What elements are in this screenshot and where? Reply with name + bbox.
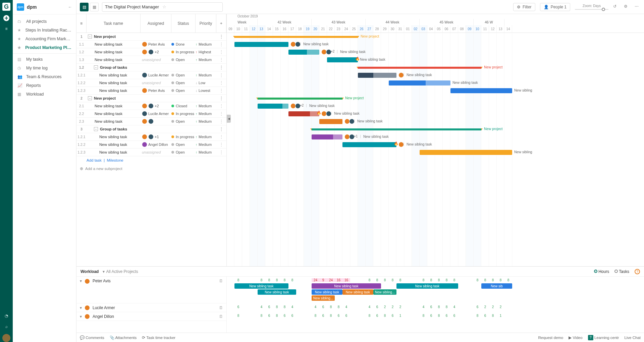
menu-icon[interactable]: ≡: [3, 25, 10, 32]
task-bar[interactable]: [450, 88, 512, 93]
row-menu-icon[interactable]: ⋮: [216, 34, 226, 39]
workload-person-row[interactable]: ▾Lucile Armer🗓: [76, 303, 226, 312]
task-bar[interactable]: [389, 80, 450, 86]
workload-bar[interactable]: New sibling task: [396, 283, 458, 289]
add-icon[interactable]: [3, 15, 10, 21]
task-row[interactable]: 1.2.3New sibling taskunassignedOpen↑Medi…: [76, 149, 226, 156]
video-link[interactable]: ▶ Video: [569, 335, 582, 340]
col-assigned[interactable]: Assigned: [141, 14, 171, 33]
nav-my-tasks[interactable]: ▤My tasks: [13, 55, 76, 64]
search-icon[interactable]: ⌕: [3, 323, 10, 330]
expand-icon[interactable]: -: [88, 96, 92, 100]
star-icon[interactable]: ☆: [162, 4, 220, 9]
starred-project[interactable]: ★Steps In Installing Rack Mo...: [13, 26, 76, 35]
task-row[interactable]: 1.2.2New sibling taskAngel DillonOpen↑Me…: [76, 141, 226, 149]
row-menu-icon[interactable]: ⋮: [216, 50, 226, 54]
calendar-icon[interactable]: 🗓: [219, 279, 223, 283]
back-icon[interactable]: ←: [68, 5, 72, 9]
task-row[interactable]: 2.3New sibling taskOpen↑Medium⋮: [76, 118, 226, 125]
row-menu-icon[interactable]: ⋮: [216, 119, 226, 124]
group-row[interactable]: 2- New project⋮: [76, 95, 226, 102]
row-menu-icon[interactable]: ⋮: [216, 134, 226, 139]
col-name[interactable]: Task name: [87, 14, 141, 33]
task-row[interactable]: 1.2.1New sibling task+1In progress↑Mediu…: [76, 133, 226, 141]
task-row[interactable]: 1.2.3New sibling taskPeter AvisOpen↓Lowe…: [76, 87, 226, 95]
group-row[interactable]: 1.2- Group of tasks⋮: [76, 64, 226, 71]
nav-reports[interactable]: 📈Reports: [13, 81, 76, 90]
livechat-link[interactable]: Live Chat: [624, 336, 641, 340]
row-menu-icon[interactable]: ⋮: [216, 65, 226, 70]
expand-icon[interactable]: ▾: [80, 279, 82, 283]
task-bar[interactable]: [258, 104, 288, 109]
mode-hours[interactable]: Hours: [594, 269, 609, 274]
task-bar[interactable]: [327, 57, 358, 62]
calendar-icon[interactable]: 🗓: [219, 314, 223, 319]
bell-icon[interactable]: ◔: [3, 312, 10, 319]
row-menu-icon[interactable]: ⋮: [216, 127, 226, 131]
workload-bar[interactable]: New sibling...: [312, 295, 335, 301]
task-bar[interactable]: [234, 42, 288, 47]
task-bar[interactable]: [288, 50, 319, 55]
task-row[interactable]: 2.1New sibling task+2Closed↑Medium⋮: [76, 102, 226, 110]
workload-bar[interactable]: New sibling...: [373, 289, 396, 295]
people-button[interactable]: 👤People 1: [540, 3, 570, 11]
filter-column-icon[interactable]: ≡: [76, 14, 87, 33]
add-milestone-link[interactable]: Milestone: [107, 158, 123, 162]
filter-button[interactable]: ⚙Filter: [513, 3, 535, 11]
group-range-bar[interactable]: [234, 36, 358, 38]
task-row[interactable]: 1.2New sibling task+2In progress↑Highest…: [76, 48, 226, 56]
all-projects[interactable]: 🗀 All projects: [13, 17, 76, 26]
starred-project[interactable]: ★Product Marketing Plan Te...: [13, 43, 76, 52]
request-demo[interactable]: Request demo: [538, 336, 563, 340]
add-subproject[interactable]: Add a new subproject: [85, 167, 122, 171]
task-bar[interactable]: [288, 111, 319, 116]
col-priority[interactable]: Priority: [196, 14, 216, 33]
group-row[interactable]: 1- New project⋮: [76, 33, 226, 41]
row-menu-icon[interactable]: ⋮: [216, 80, 226, 85]
group-range-bar[interactable]: [258, 98, 342, 100]
row-menu-icon[interactable]: ⋮: [216, 57, 226, 62]
expand-icon[interactable]: -: [88, 35, 92, 39]
nav-team-resources[interactable]: 👥Team & Resources: [13, 72, 76, 81]
tracker-link[interactable]: ⟳ Task time tracker: [142, 335, 175, 340]
task-row[interactable]: 2.2New sibling taskLucile ArmerIn progre…: [76, 110, 226, 118]
row-menu-icon[interactable]: ⋮: [216, 73, 226, 77]
workload-bar[interactable]: New sibling task: [258, 289, 296, 295]
comments-link[interactable]: 💬 Comments: [80, 335, 104, 340]
view-gantt[interactable]: ▤: [80, 3, 89, 11]
starred-project[interactable]: ★Accounting Firm Marketing...: [13, 35, 76, 43]
row-menu-icon[interactable]: ⋮: [216, 88, 226, 93]
workload-person-row[interactable]: ▾Peter Avis🗓: [76, 277, 226, 303]
view-board[interactable]: ▦: [90, 3, 99, 11]
mode-tasks[interactable]: Tasks: [614, 269, 629, 274]
settings-icon[interactable]: ⚙: [624, 4, 630, 10]
row-menu-icon[interactable]: ⋮: [216, 111, 226, 116]
history-icon[interactable]: ↺: [613, 4, 619, 10]
expand-icon[interactable]: ▾: [80, 314, 82, 319]
task-bar[interactable]: [358, 73, 396, 78]
help-icon[interactable]: ?: [635, 269, 640, 274]
col-status[interactable]: Status: [171, 14, 196, 33]
expand-icon[interactable]: -: [94, 127, 98, 131]
task-bar[interactable]: [420, 150, 512, 155]
task-bar[interactable]: [312, 134, 342, 139]
workload-bar[interactable]: New sibling task: [312, 283, 381, 289]
task-row[interactable]: 1.1New sibling taskPeter AvisDone↑Medium…: [76, 41, 226, 48]
task-row[interactable]: 1.2.2New sibling taskunassignedOpen↓Low⋮: [76, 79, 226, 87]
expand-icon[interactable]: -: [94, 65, 98, 69]
task-row[interactable]: 1.2.1New sibling taskLucile ArmerOpen↑Me…: [76, 71, 226, 79]
learning-link[interactable]: ? Learning centr: [588, 335, 619, 340]
workload-bar[interactable]: New sibling task: [234, 283, 288, 289]
row-menu-icon[interactable]: ⋮: [216, 142, 226, 147]
row-menu-icon[interactable]: ⋮: [216, 42, 226, 47]
workload-bar[interactable]: New sibling task: [312, 289, 342, 295]
attachments-link[interactable]: 📎 Attachments: [110, 335, 137, 340]
expand-icon[interactable]: ▾: [80, 305, 82, 310]
row-menu-icon[interactable]: ⋮: [216, 104, 226, 108]
workload-filter[interactable]: ▾ All Active Projects: [103, 269, 138, 274]
project-title-input[interactable]: The Digital Project Manager ☆: [102, 2, 223, 12]
workload-bar[interactable]: New sibling task: [342, 289, 373, 295]
nav-my-time-log[interactable]: ◷My time log: [13, 64, 76, 72]
add-column-icon[interactable]: +: [216, 14, 226, 33]
workload-bar[interactable]: New sib: [481, 283, 512, 289]
